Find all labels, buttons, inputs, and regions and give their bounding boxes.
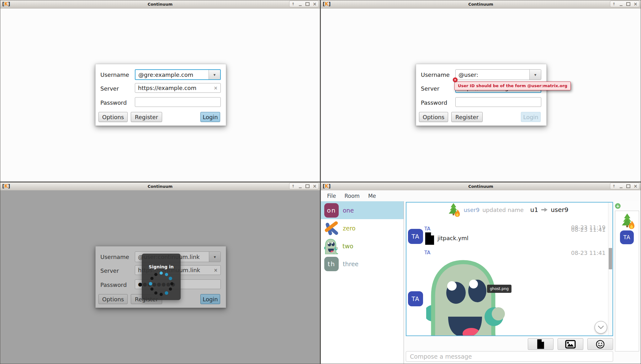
state-sender: user9 <box>464 207 479 213</box>
busy-spinner-icon <box>147 270 175 298</box>
shade-window-icon[interactable]: ↑ <box>290 183 296 189</box>
register-button[interactable]: Register <box>451 112 483 122</box>
tree-fire-emoji-icon <box>446 203 461 217</box>
minimize-icon[interactable] <box>298 183 303 189</box>
file-attachment-icon[interactable] <box>424 232 435 245</box>
window-controls: ↑ × <box>289 183 319 189</box>
room-item-one[interactable]: on one <box>321 201 404 219</box>
signing-in-label: Signing in <box>142 264 181 269</box>
room-name: three <box>343 261 358 267</box>
avatar[interactable]: TA <box>408 229 423 244</box>
clear-field-icon[interactable]: × <box>214 86 218 90</box>
titlebar[interactable]: [K] Continuum ↑ × <box>0 0 320 8</box>
new-name: user9 <box>551 206 568 214</box>
member-list: TA <box>615 211 639 351</box>
window-title: Continuum <box>148 184 173 189</box>
image-filename-tooltip: ghost.png <box>487 285 511 293</box>
timestamp: 08-23 11:41 <box>571 250 606 256</box>
shade-window-icon[interactable]: ↑ <box>611 1 617 7</box>
login-button[interactable]: Login <box>200 112 220 122</box>
window-controls: ↑ × <box>289 1 319 7</box>
menu-file[interactable]: File <box>327 193 336 199</box>
app-icon: [K] <box>323 183 331 189</box>
password-label: Password <box>100 99 127 106</box>
close-icon[interactable]: × <box>633 183 638 189</box>
old-name: u1 <box>530 206 538 214</box>
sender-name: TA <box>424 250 430 256</box>
attach-image-button[interactable] <box>558 338 583 350</box>
chevron-down-icon[interactable]: ▾ <box>209 70 220 79</box>
maximize-icon[interactable] <box>626 1 631 7</box>
close-icon[interactable]: × <box>312 183 318 189</box>
state-action: updated name <box>482 207 524 213</box>
maximize-icon[interactable] <box>626 183 631 189</box>
timeline-scrollbar[interactable] <box>608 203 612 335</box>
menu-room[interactable]: Room <box>344 193 359 199</box>
username-combobox[interactable]: @user: ▾ <box>455 69 541 80</box>
room-avatar: on <box>324 203 339 218</box>
server-input[interactable]: https://example.com × <box>135 83 221 93</box>
composer-toolbar <box>406 338 613 350</box>
register-button[interactable]: Register <box>131 112 162 122</box>
window-title: Continuum <box>468 184 493 189</box>
username-label: Username <box>421 71 450 78</box>
scroll-to-bottom-button[interactable] <box>595 321 607 334</box>
room-item-three[interactable]: th three <box>321 255 404 273</box>
room-avatar: th <box>324 257 339 271</box>
app-icon: [K] <box>2 183 10 189</box>
login-form: Username @user:continuum.link ▾ Server h… <box>95 246 226 308</box>
maximize-icon[interactable] <box>305 1 310 7</box>
password-input[interactable] <box>135 97 221 107</box>
chevron-down-icon[interactable]: ▾ <box>529 70 541 80</box>
username-label: Username <box>100 71 129 78</box>
room-item-two[interactable]: two <box>321 237 404 255</box>
titlebar[interactable]: [K] Continuum ↑ × <box>321 0 641 8</box>
login-window-top-left: [K] Continuum ↑ × Username @gre:example.… <box>0 0 320 182</box>
password-input[interactable] <box>455 97 541 107</box>
titlebar[interactable]: [K] Continuum ↑ × <box>0 182 320 191</box>
minimize-icon[interactable] <box>298 1 303 7</box>
member-avatar-tree-fire-icon[interactable] <box>619 213 635 229</box>
sender-name: TA <box>424 226 430 232</box>
file-attachment-name[interactable]: jitpack.yml <box>437 235 469 241</box>
signing-in-dialog: Signing in <box>142 254 181 300</box>
menu-me[interactable]: Me <box>368 193 376 199</box>
window-title: Continuum <box>468 2 493 7</box>
image-message-ghost[interactable] <box>426 255 508 336</box>
login-form: Username @gre:example.com ▾ Server https… <box>95 64 226 126</box>
close-icon[interactable]: × <box>312 1 318 7</box>
login-button: Login <box>200 294 220 304</box>
room-item-zero[interactable]: zero <box>321 219 404 237</box>
room-name: zero <box>343 225 356 232</box>
member-avatar[interactable]: TA <box>620 230 634 244</box>
error-icon: × <box>453 77 458 82</box>
emoji-button[interactable] <box>587 338 613 350</box>
message-timeline[interactable]: user9 updated name u1 user9 08-23 11:19 … <box>406 202 613 336</box>
minimize-icon[interactable] <box>618 1 624 7</box>
compose-message-input[interactable] <box>406 351 613 362</box>
attach-file-button[interactable] <box>528 338 554 350</box>
maximize-icon[interactable] <box>305 183 310 189</box>
server-value: https://example.com <box>135 85 196 91</box>
shade-window-icon[interactable]: ↑ <box>611 183 617 189</box>
add-member-icon[interactable]: + <box>615 203 621 209</box>
state-event-name-change: user9 updated name u1 user9 <box>406 203 608 217</box>
document-icon <box>537 339 545 349</box>
chat-window: [K] Continuum ↑ × File Room Me on one ze… <box>320 182 641 364</box>
options-button[interactable]: Options <box>419 112 448 122</box>
minimize-icon[interactable] <box>618 183 624 189</box>
shade-window-icon[interactable]: ↑ <box>290 1 296 7</box>
room-name: two <box>342 243 353 250</box>
titlebar[interactable]: [K] Continuum ↑ × <box>321 182 641 191</box>
avatar[interactable]: TA <box>408 291 423 306</box>
login-window-top-right: [K] Continuum ↑ × Username @user: ▾ × Us… <box>320 0 641 182</box>
options-button[interactable]: Options <box>98 112 128 122</box>
server-label: Server <box>421 85 439 92</box>
username-value: @user: <box>456 71 478 78</box>
image-icon <box>565 340 576 349</box>
name-change-arrow-icon <box>541 208 548 212</box>
close-icon[interactable]: × <box>633 1 638 7</box>
username-combobox[interactable]: @gre:example.com ▾ <box>135 69 221 80</box>
room-list: on one zero two th three <box>321 201 404 364</box>
scrollbar-thumb[interactable] <box>609 248 612 269</box>
